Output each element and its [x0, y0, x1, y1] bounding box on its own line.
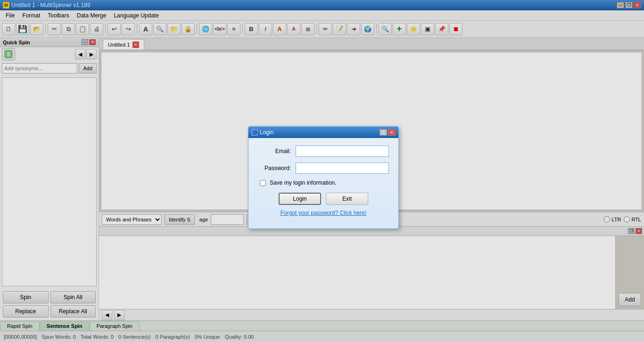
email-label: Email:	[258, 148, 291, 155]
login-dialog: 🔵 Login ? ✕ Email: Password: Save my log…	[248, 126, 399, 229]
forgot-password-anchor[interactable]: Forgot your password? Click here!	[281, 210, 367, 216]
modal-help-button[interactable]: ?	[380, 129, 387, 136]
modal-icon: 🔵	[251, 129, 258, 136]
password-label: Password:	[258, 165, 291, 171]
exit-button[interactable]: Exit	[326, 193, 368, 205]
modal-buttons: Login Exit	[258, 193, 389, 205]
forgot-password-link[interactable]: Forgot your password? Click here!	[258, 210, 389, 221]
login-button[interactable]: Login	[279, 193, 321, 205]
save-login-checkbox[interactable]	[260, 180, 266, 186]
modal-title: Login	[260, 129, 273, 136]
modal-overlay: 🔵 Login ? ✕ Email: Password: Save my log…	[0, 0, 644, 342]
modal-close-button[interactable]: ✕	[388, 129, 396, 136]
modal-title-left: 🔵 Login	[251, 129, 273, 136]
save-login-label: Save my login information.	[270, 179, 336, 186]
modal-body: Email: Password: Save my login informati…	[248, 138, 398, 228]
modal-controls: ? ✕	[380, 129, 396, 136]
save-login-row: Save my login information.	[258, 179, 389, 186]
modal-titlebar: 🔵 Login ? ✕	[248, 127, 398, 138]
password-input[interactable]	[296, 163, 389, 174]
email-row: Email:	[258, 146, 389, 157]
email-input[interactable]	[296, 146, 389, 157]
password-row: Password:	[258, 163, 389, 174]
